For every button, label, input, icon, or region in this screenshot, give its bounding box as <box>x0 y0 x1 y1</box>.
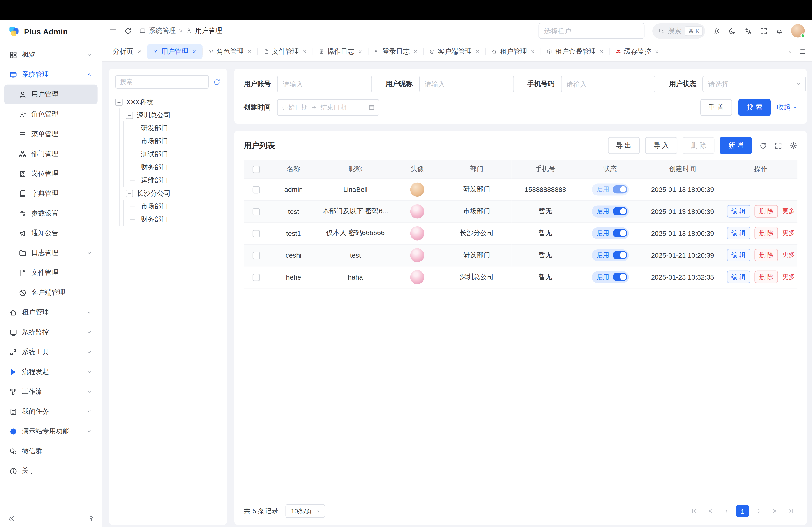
close-icon[interactable] <box>413 49 418 54</box>
select-all-checkbox[interactable] <box>252 166 260 173</box>
page-size-select[interactable]: 10条/页 <box>286 504 325 518</box>
status-toggle[interactable]: 启用 <box>591 249 628 261</box>
tree-node-dept[interactable]: 财务部门 <box>124 161 221 174</box>
tab-client-management[interactable]: 客户端管理 <box>424 44 486 59</box>
reset-button[interactable]: 重 置 <box>700 99 733 116</box>
sidebar-item-about[interactable]: 关于 <box>4 461 98 481</box>
tab-tenant-package[interactable]: 租户套餐管理 <box>541 44 610 59</box>
row-checkbox[interactable] <box>252 186 260 193</box>
pin-icon[interactable] <box>88 515 95 522</box>
close-icon[interactable] <box>599 49 604 54</box>
last-page-button[interactable] <box>785 505 798 517</box>
delete-row-button[interactable]: 删 除 <box>754 249 778 261</box>
sidebar-item-wechat-group[interactable]: 微信群 <box>4 441 98 461</box>
table-refresh-icon[interactable] <box>759 141 767 149</box>
search-button[interactable]: 搜 索 <box>739 99 771 116</box>
sidebar-item-notice[interactable]: 通知公告 <box>4 223 98 243</box>
language-icon[interactable] <box>744 27 752 35</box>
status-toggle[interactable]: 启用 <box>591 183 628 195</box>
breadcrumb-root[interactable]: 系统管理 <box>149 26 176 35</box>
tree-node-dept[interactable]: 市场部门 <box>124 200 221 213</box>
tree-collapse-toggle[interactable] <box>126 190 133 197</box>
close-icon[interactable] <box>247 49 252 54</box>
next-group-button[interactable] <box>769 505 781 517</box>
refresh-page-icon[interactable] <box>124 27 132 35</box>
tab-analysis[interactable]: 分析页 <box>107 44 147 59</box>
settings-gear-icon[interactable] <box>713 27 721 35</box>
sidebar-item-menu-management[interactable]: 菜单管理 <box>4 124 98 144</box>
tree-search-input[interactable] <box>115 75 209 89</box>
hamburger-menu-icon[interactable] <box>109 27 117 35</box>
user-status-select[interactable] <box>702 76 806 92</box>
status-toggle[interactable]: 启用 <box>591 205 628 217</box>
tree-collapse-toggle[interactable] <box>126 111 133 119</box>
pin-icon[interactable] <box>136 49 142 54</box>
tree-node-dept[interactable]: 测试部门 <box>124 148 221 161</box>
tree-node-branch[interactable]: 长沙分公司 <box>119 187 221 200</box>
tab-file-management[interactable]: 文件管理 <box>258 44 313 59</box>
layout-panel-icon[interactable] <box>799 48 806 55</box>
sidebar-item-dict-management[interactable]: 字典管理 <box>4 183 98 203</box>
row-checkbox[interactable] <box>252 208 260 215</box>
row-checkbox[interactable] <box>252 274 260 281</box>
edit-button[interactable]: 编 辑 <box>727 271 751 283</box>
import-button[interactable]: 导 入 <box>645 137 677 154</box>
delete-button[interactable]: 删 除 <box>683 137 715 154</box>
user-avatar[interactable] <box>791 24 804 37</box>
user-status-select-input[interactable] <box>702 76 806 92</box>
prev-group-button[interactable] <box>704 505 716 517</box>
sidebar-item-demo-features[interactable]: 演示站专用功能 <box>4 421 98 441</box>
sidebar-item-user-management[interactable]: 用户管理 <box>4 85 98 104</box>
close-icon[interactable] <box>654 49 659 54</box>
sidebar-item-post-management[interactable]: 岗位管理 <box>4 164 98 183</box>
sidebar-item-my-tasks[interactable]: 我的任务 <box>4 402 98 421</box>
sidebar-item-overview[interactable]: 概览 <box>4 45 98 65</box>
sidebar-item-param-settings[interactable]: 参数设置 <box>4 203 98 223</box>
row-checkbox[interactable] <box>252 252 260 259</box>
first-page-button[interactable] <box>688 505 700 517</box>
phone-input[interactable] <box>561 76 655 92</box>
more-actions-link[interactable]: 更多 <box>782 251 795 258</box>
row-checkbox[interactable] <box>252 230 260 237</box>
tab-tenant-management[interactable]: 租户管理 <box>486 44 541 59</box>
logo[interactable]: Plus Admin <box>0 20 102 43</box>
tree-node-dept[interactable]: 市场部门 <box>124 135 221 148</box>
edit-button[interactable]: 编 辑 <box>727 227 751 239</box>
export-button[interactable]: 导 出 <box>608 137 640 154</box>
tree-node-dept[interactable]: 运维部门 <box>124 174 221 187</box>
table-fullscreen-icon[interactable] <box>774 141 782 149</box>
global-search[interactable]: 搜索 ⌘ K <box>652 23 705 38</box>
status-toggle[interactable]: 启用 <box>591 271 628 283</box>
more-actions-link[interactable]: 更多 <box>782 229 795 237</box>
user-account-input[interactable] <box>277 76 372 92</box>
next-page-button[interactable] <box>752 505 765 517</box>
tree-node-branch[interactable]: 深圳总公司 <box>119 108 221 121</box>
notification-bell-icon[interactable] <box>775 27 783 35</box>
sidebar-item-client-management[interactable]: 客户端管理 <box>4 283 98 302</box>
tree-node-dept[interactable]: 研发部门 <box>124 121 221 135</box>
sidebar-item-log-management[interactable]: 日志管理 <box>4 243 98 263</box>
tab-user-management[interactable]: 用户管理 <box>147 44 202 59</box>
add-button[interactable]: 新 增 <box>720 137 752 154</box>
tree-node-company[interactable]: XXX科技 <box>115 95 221 108</box>
edit-button[interactable]: 编 辑 <box>727 205 751 217</box>
page-number-current[interactable]: 1 <box>736 505 749 517</box>
tab-login-log[interactable]: 登录日志 <box>368 44 424 59</box>
table-settings-icon[interactable] <box>789 141 797 149</box>
user-nickname-input[interactable] <box>419 76 513 92</box>
collapse-sidebar-icon[interactable] <box>7 514 15 522</box>
sidebar-item-dept-management[interactable]: 部门管理 <box>4 144 98 164</box>
tenant-select-input[interactable] <box>538 23 644 39</box>
edit-button[interactable]: 编 辑 <box>727 249 751 261</box>
tab-operation-log[interactable]: 操作日志 <box>313 44 368 59</box>
status-toggle[interactable]: 启用 <box>591 227 628 239</box>
tree-node-dept[interactable]: 财务部门 <box>124 213 221 226</box>
tab-cache-monitor[interactable]: 缓存监控 <box>610 44 665 59</box>
more-actions-link[interactable]: 更多 <box>782 273 795 280</box>
theme-moon-icon[interactable] <box>728 27 737 35</box>
fullscreen-icon[interactable] <box>760 27 768 35</box>
close-icon[interactable] <box>302 49 307 54</box>
close-icon[interactable] <box>530 49 535 54</box>
close-icon[interactable] <box>191 49 197 54</box>
sidebar-item-role-management[interactable]: 角色管理 <box>4 104 98 124</box>
